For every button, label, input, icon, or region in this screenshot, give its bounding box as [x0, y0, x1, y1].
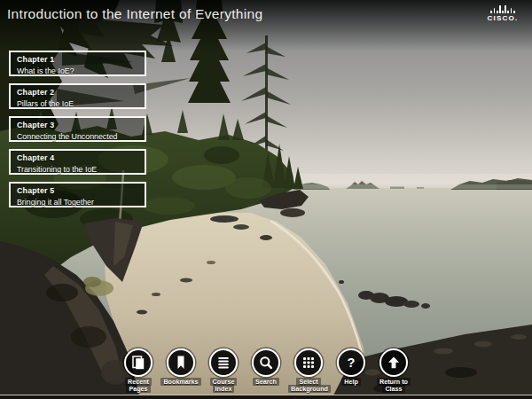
chapter-subtitle: Connecting the Unconnected: [17, 132, 141, 141]
chapter-title: Chapter 1: [17, 55, 141, 64]
help-button[interactable]: ?: [337, 348, 365, 377]
bottom-toolbar: Recent Pages Bookmarks: [117, 346, 415, 394]
background-grid-icon: [301, 355, 317, 371]
chapter-item-2[interactable]: Chapter 2 Pillars of the IoE: [9, 83, 146, 109]
chapter-item-1[interactable]: Chapter 1 What is the IoE?: [9, 51, 146, 76]
toolbar-label: Course Index: [203, 379, 244, 394]
chapter-title: Chapter 4: [17, 153, 141, 162]
cisco-wordmark: CISCO.: [482, 14, 523, 22]
chapter-subtitle: What is the IoE?: [17, 66, 141, 75]
chapter-title: Chapter 5: [17, 186, 141, 195]
chapter-title: Chapter 2: [17, 88, 141, 97]
chapter-title: Chapter 3: [17, 121, 141, 129]
recent-pages-icon: [130, 355, 146, 371]
up-arrow-icon: [386, 355, 402, 371]
bookmarks-button[interactable]: [167, 348, 195, 377]
chapter-subtitle: Pillars of the IoE: [17, 99, 141, 108]
chapter-item-3[interactable]: Chapter 3 Connecting the Unconnected: [9, 116, 146, 142]
page-title: Introduction to the Internet of Everythi…: [7, 6, 262, 22]
toolbar-label: Select Background: [288, 379, 329, 394]
title-bar: Introduction to the Internet of Everythi…: [0, 0, 532, 30]
chapter-item-4[interactable]: Chapter 4 Transitioning to the IoE: [9, 149, 146, 175]
question-mark-icon: ?: [343, 355, 359, 371]
search-button[interactable]: [252, 348, 280, 377]
recent-pages-button[interactable]: [124, 348, 153, 377]
course-window: Introduction to the Internet of Everythi…: [0, 0, 532, 399]
svg-text:?: ?: [348, 356, 356, 370]
chapter-menu: Chapter 1 What is the IoE? Chapter 2 Pil…: [9, 51, 146, 215]
cisco-bridge-icon: [482, 4, 523, 13]
toolbar-label: Search: [253, 379, 279, 386]
cisco-logo: CISCO.: [482, 4, 523, 22]
return-to-class-button[interactable]: [379, 348, 408, 377]
chapter-item-5[interactable]: Chapter 5 Bringing it all Together: [9, 182, 146, 207]
chapter-subtitle: Bringing it all Together: [17, 198, 141, 207]
course-index-button[interactable]: [209, 348, 238, 377]
toolbar-label: Recent Pages: [118, 379, 159, 394]
chapter-subtitle: Transitioning to the IoE: [17, 165, 141, 174]
course-index-icon: [215, 355, 231, 371]
viewport-bottom-edge: [0, 395, 532, 399]
toolbar-label: Return to Class: [373, 379, 414, 394]
toolbar-label: Bookmarks: [160, 379, 200, 386]
bookmark-icon: [173, 355, 189, 371]
search-icon: [258, 355, 274, 371]
select-background-button[interactable]: [294, 348, 323, 377]
toolbar-label: Help: [341, 379, 361, 386]
